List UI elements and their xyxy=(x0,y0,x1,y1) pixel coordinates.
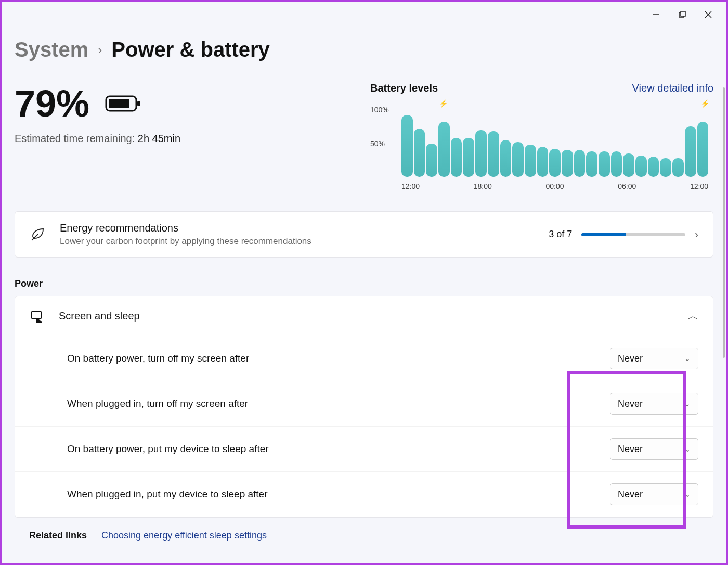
chart-bar xyxy=(475,130,487,177)
chart-bar xyxy=(599,151,610,177)
chart-bar xyxy=(697,122,709,177)
dropdown-value: Never xyxy=(618,353,643,364)
dropdown-value: Never xyxy=(618,444,643,455)
screen-sleep-icon xyxy=(30,309,44,323)
svg-rect-2 xyxy=(681,11,685,16)
chevron-down-icon: ⌄ xyxy=(684,490,691,498)
chart-bar xyxy=(401,115,413,177)
minimize-button[interactable] xyxy=(651,9,661,20)
sleep-setting-row: When plugged in, turn off my screen afte… xyxy=(15,381,713,427)
svg-rect-7 xyxy=(137,101,140,106)
x-tick: 06:00 xyxy=(618,182,636,190)
sleep-setting-row: On battery power, turn off my screen aft… xyxy=(15,336,713,381)
chevron-down-icon: ⌄ xyxy=(684,400,691,408)
battery-chart: Battery levels View detailed info 100% 5… xyxy=(370,82,713,190)
screen-sleep-card: Screen and sleep ︿ On battery power, tur… xyxy=(15,296,713,518)
dropdown-value: Never xyxy=(618,399,643,409)
chart-bar xyxy=(438,122,450,177)
x-tick: 12:00 xyxy=(401,182,420,190)
sleep-setting-label: On battery power, put my device to sleep… xyxy=(67,443,269,455)
maximize-button[interactable] xyxy=(677,9,687,20)
related-links: Related links Choosing energy efficient … xyxy=(15,518,713,554)
sleep-dropdown[interactable]: Never ⌄ xyxy=(610,348,698,369)
view-detailed-link[interactable]: View detailed info xyxy=(632,82,713,94)
battery-estimate: Estimated time remaining: 2h 45min xyxy=(15,133,180,145)
sleep-setting-label: When plugged in, turn off my screen afte… xyxy=(67,398,248,409)
related-label: Related links xyxy=(29,530,87,541)
x-tick: 12:00 xyxy=(690,182,708,190)
chart-bar xyxy=(623,153,634,177)
chart-bar xyxy=(586,151,597,177)
dropdown-value: Never xyxy=(618,489,643,500)
battery-icon xyxy=(105,93,142,114)
chevron-down-icon: ⌄ xyxy=(684,354,691,363)
energy-recommendations-card[interactable]: Energy recommendations Lower your carbon… xyxy=(15,211,713,258)
chart-bar xyxy=(488,131,499,177)
scrollbar[interactable] xyxy=(723,87,725,358)
x-tick: 18:00 xyxy=(474,182,492,190)
battery-percent: 79% xyxy=(15,82,89,125)
chart-bar xyxy=(463,138,474,177)
chart-bar xyxy=(648,157,659,177)
breadcrumb-parent[interactable]: System xyxy=(15,38,88,61)
screen-sleep-header[interactable]: Screen and sleep ︿ xyxy=(15,296,713,336)
chart-bar xyxy=(660,158,671,177)
screen-sleep-title: Screen and sleep xyxy=(59,310,673,322)
svg-rect-8 xyxy=(31,311,42,319)
energy-progress xyxy=(581,233,685,236)
chart-bar xyxy=(500,140,512,177)
chart-title: Battery levels xyxy=(370,82,438,94)
sleep-setting-label: When plugged in, put my device to sleep … xyxy=(67,489,268,500)
charging-icon: ⚡ xyxy=(439,99,448,108)
chart-bar xyxy=(574,150,586,177)
chart-bar xyxy=(685,126,696,177)
sleep-setting-label: On battery power, turn off my screen aft… xyxy=(67,353,249,364)
energy-subtitle: Lower your carbon footprint by applying … xyxy=(60,236,534,247)
chart-bar xyxy=(635,156,647,177)
y-tick: 50% xyxy=(370,139,385,148)
sleep-dropdown[interactable]: Never ⌄ xyxy=(610,483,698,505)
chevron-right-icon: › xyxy=(695,228,698,240)
window-controls xyxy=(638,2,726,28)
y-tick: 100% xyxy=(370,106,389,114)
chart-bar xyxy=(562,150,573,177)
charging-icon: ⚡ xyxy=(700,99,709,108)
chart-bar xyxy=(537,147,549,177)
breadcrumb: System › Power & battery xyxy=(15,38,713,61)
energy-title: Energy recommendations xyxy=(60,222,534,234)
page-title: Power & battery xyxy=(111,38,270,61)
sleep-setting-row: On battery power, put my device to sleep… xyxy=(15,427,713,472)
chart-bar xyxy=(512,142,524,177)
power-section-header: Power xyxy=(15,278,713,289)
chart-bar xyxy=(414,129,425,177)
chart-bar xyxy=(611,151,622,177)
svg-rect-6 xyxy=(109,99,129,108)
battery-status: 79% Estimated time remaining: 2h 45min xyxy=(15,82,180,145)
leaf-icon xyxy=(30,227,45,242)
chevron-right-icon: › xyxy=(98,43,102,57)
chart-bar xyxy=(426,144,437,177)
x-tick: 00:00 xyxy=(545,182,564,190)
chart-bar xyxy=(549,149,561,177)
sleep-dropdown[interactable]: Never ⌄ xyxy=(610,438,698,460)
chevron-up-icon: ︿ xyxy=(688,309,698,323)
chart-bar xyxy=(525,145,536,177)
sleep-setting-row: When plugged in, put my device to sleep … xyxy=(15,472,713,517)
close-button[interactable] xyxy=(703,9,713,20)
energy-count: 3 of 7 xyxy=(549,229,572,240)
chart-bar xyxy=(451,138,462,177)
sleep-dropdown[interactable]: Never ⌄ xyxy=(610,393,698,415)
chart-bar xyxy=(672,158,684,177)
chevron-down-icon: ⌄ xyxy=(684,445,691,453)
related-link[interactable]: Choosing energy efficient sleep settings xyxy=(101,530,267,541)
